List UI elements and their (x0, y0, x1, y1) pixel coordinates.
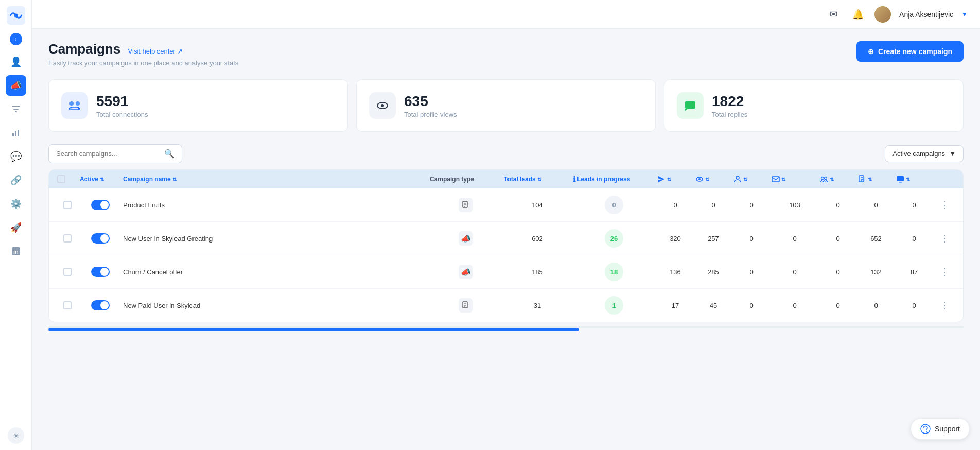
row4-type-icon (459, 298, 473, 313)
envelope-sort-icon: ⇅ (781, 177, 785, 182)
row3-leads-in-progress: 18 (573, 263, 655, 281)
svg-point-16 (825, 177, 827, 180)
row2-total-leads: 602 (504, 235, 571, 243)
sidebar-item-gear[interactable]: ⚙️ (6, 194, 26, 214)
row4-active-toggle[interactable] (91, 300, 110, 310)
sidebar-item-chart[interactable] (6, 123, 26, 143)
row1-select[interactable] (63, 201, 72, 209)
row1-type (430, 198, 502, 212)
eye-sort-icon: ⇅ (705, 177, 709, 182)
sidebar-expand-btn[interactable]: › (10, 33, 22, 45)
replies-value: 1822 (712, 93, 747, 110)
row2-more-btn[interactable]: ⋮ (934, 233, 955, 244)
row1-c7: 0 (896, 201, 932, 209)
row1-toggle[interactable] (80, 200, 121, 210)
sidebar-item-link[interactable]: 🔗 (6, 170, 26, 191)
col-campaign-type: Campaign type (430, 176, 502, 183)
search-input[interactable] (56, 150, 160, 158)
row3-checkbox[interactable] (57, 268, 78, 276)
app-logo[interactable] (7, 6, 25, 25)
stat-info-connections: 5591 Total connections (96, 93, 148, 118)
theme-toggle[interactable]: ☀ (8, 427, 24, 444)
plus-icon: ⊕ (868, 47, 874, 56)
row2-c5: 0 (820, 235, 856, 243)
stat-card-replies: 1822 Total replies (664, 79, 964, 132)
col-active[interactable]: Active ⇅ (80, 176, 121, 183)
row4-toggle[interactable] (80, 300, 121, 310)
row4-select[interactable] (63, 301, 72, 309)
search-field-wrap[interactable]: 🔍 (48, 144, 182, 163)
page-title: Campaigns (48, 41, 120, 57)
svg-point-8 (76, 101, 80, 106)
views-label: Total profile views (404, 111, 457, 118)
col-group[interactable]: ⇅ (820, 175, 856, 183)
col-campaign-name[interactable]: Campaign name ⇅ (123, 176, 428, 183)
scrollbar-thumb[interactable] (48, 328, 579, 331)
create-campaign-button[interactable]: ⊕ Create new campaign (856, 41, 964, 62)
table-header: Active ⇅ Campaign name ⇅ Campaign type T… (49, 170, 963, 188)
row2-active-toggle[interactable] (91, 233, 110, 244)
avatar[interactable] (874, 6, 891, 23)
row2-toggle[interactable] (80, 233, 121, 244)
sidebar-item-campaigns[interactable]: 📣 (6, 75, 26, 96)
row1-c6: 0 (858, 201, 894, 209)
sidebar-item-chat[interactable]: 💬 (6, 146, 26, 167)
row3-c5: 0 (820, 268, 856, 276)
row3-select[interactable] (63, 268, 72, 276)
row4-checkbox[interactable] (57, 301, 78, 309)
connections-value: 5591 (96, 93, 148, 110)
row3-more-btn[interactable]: ⋮ (934, 266, 955, 278)
table-row: Churn / Cancel offer 📣 185 18 136 285 0 … (49, 255, 963, 289)
horizontal-scrollbar[interactable] (48, 326, 964, 328)
info-icon[interactable]: ℹ (573, 175, 575, 183)
row1-checkbox[interactable] (57, 201, 78, 209)
row1-active-toggle[interactable] (91, 200, 110, 210)
table-row: Product Fruits 104 0 0 0 0 103 0 0 0 ⋮ (49, 188, 963, 222)
row3-toggle[interactable] (80, 267, 121, 277)
row4-c7: 0 (896, 302, 932, 309)
col-send[interactable]: ⇅ (657, 175, 693, 183)
row1-more-btn[interactable]: ⋮ (934, 199, 955, 211)
col-person[interactable]: ⇅ (733, 175, 769, 183)
filter-chevron-icon: ▼ (949, 150, 956, 158)
row1-c3: 0 (733, 201, 769, 209)
main-content: ✉ 🔔 Anja Aksentijevic ▼ Campaigns Visit … (32, 0, 980, 450)
row3-name: Churn / Cancel offer (123, 268, 428, 276)
col-checkbox[interactable] (57, 175, 78, 183)
row2-type: 📣 (430, 231, 502, 246)
row3-c3: 0 (733, 268, 769, 276)
active-campaigns-filter[interactable]: Active campaigns ▼ (885, 145, 964, 162)
col-screen[interactable]: ⇅ (896, 175, 932, 183)
mail-icon[interactable]: ✉ (825, 6, 842, 23)
select-all-checkbox[interactable] (57, 175, 65, 183)
row2-type-icon: 📣 (459, 231, 473, 246)
svg-point-13 (736, 176, 739, 179)
support-button[interactable]: Support (911, 418, 970, 440)
row2-checkbox[interactable] (57, 234, 78, 243)
stat-card-views: 635 Total profile views (356, 79, 656, 132)
sidebar-item-rocket[interactable]: 🚀 (6, 217, 26, 238)
row4-type (430, 298, 502, 313)
help-link[interactable]: Visit help center ↗ (128, 47, 183, 55)
col-total-leads[interactable]: Total leads ⇅ (504, 176, 571, 183)
row2-c3: 0 (733, 235, 769, 243)
sidebar-item-person[interactable]: 👤 (6, 51, 26, 72)
row4-name: New Paid User in Skylead (123, 302, 428, 309)
col-envelope[interactable]: ⇅ (772, 175, 818, 183)
col-name-label: Campaign name (123, 176, 171, 183)
row2-select[interactable] (63, 234, 72, 243)
sidebar-item-linkedin[interactable]: in (6, 241, 26, 262)
bell-icon[interactable]: 🔔 (850, 6, 866, 23)
sidebar: › 👤 📣 💬 🔗 ⚙️ 🚀 in ☀ (0, 0, 32, 450)
row1-name: Product Fruits (123, 201, 428, 209)
row3-active-toggle[interactable] (91, 267, 110, 277)
col-leads-label: Total leads (504, 176, 536, 183)
col-document[interactable]: ⇅ (858, 175, 894, 183)
sidebar-item-filter[interactable] (6, 99, 26, 119)
row4-more-btn[interactable]: ⋮ (934, 300, 955, 311)
user-menu-chevron[interactable]: ▼ (961, 11, 968, 18)
row2-c4: 0 (772, 235, 818, 243)
col-eye[interactable]: ⇅ (695, 175, 731, 183)
svg-point-7 (69, 101, 74, 106)
row2-progress-badge: 26 (605, 229, 623, 248)
